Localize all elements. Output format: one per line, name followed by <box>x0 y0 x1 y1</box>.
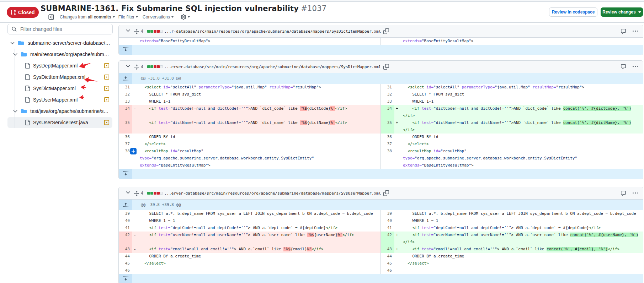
line-number[interactable]: 43 <box>381 246 392 253</box>
diff-line: 35+ <if test="dictName!=null and dictNam… <box>381 119 643 126</box>
tree-file-sysdictitemmapper.xml[interactable]: SysDictItemMapper.xml <box>0 71 118 83</box>
tree-folder-test-java-org-apache-submarine-s-[interactable]: test/java/org/apache/submarine/s… <box>0 105 118 117</box>
gear-icon <box>181 14 186 20</box>
code-text: <if test="dictName!=null and dictName!='… <box>140 119 380 126</box>
file-modified-icon <box>104 74 110 80</box>
line-number[interactable]: 40 <box>381 217 392 224</box>
collapse-file-icon[interactable] <box>125 27 131 34</box>
collapse-sidebar-icon[interactable] <box>48 14 54 20</box>
diff-marker: + <box>396 232 398 239</box>
diffstat-square-add <box>150 65 153 68</box>
expand-up-icon[interactable] <box>119 73 132 84</box>
comment-icon[interactable] <box>621 28 626 34</box>
diffstat-square-add <box>147 30 150 33</box>
line-number[interactable]: 37 <box>119 141 130 148</box>
code-text: <if test="dictCode!=null and dictCode!='… <box>140 105 380 112</box>
line-number[interactable]: 45 <box>381 260 392 267</box>
line-number[interactable]: 34 <box>119 105 130 112</box>
tree-file-sysuserservicetest.java[interactable]: SysUserServiceTest.java <box>0 117 118 128</box>
review-changes-button[interactable]: Review changes <box>601 7 643 17</box>
line-number[interactable]: 36 <box>381 134 392 141</box>
diff-settings-menu[interactable] <box>181 14 190 20</box>
diff-line: extends="BaseEntityResultMap"> <box>381 38 643 45</box>
add-comment-button[interactable] <box>130 148 137 154</box>
tree-folder-main-resources-org-apache-subm-[interactable]: main/resources/org/apache/subm… <box>0 49 118 60</box>
copy-path-icon[interactable] <box>383 190 389 196</box>
file-icon <box>25 120 30 125</box>
expand-down-icon[interactable] <box>119 169 132 179</box>
diff-pane-old: extends="BaseEntityResultMap"> <box>119 38 380 45</box>
line-number[interactable]: 34 <box>381 105 392 112</box>
drag-handle-icon[interactable] <box>134 64 139 70</box>
conversations-menu[interactable]: Conversations <box>143 15 174 20</box>
collapse-file-icon[interactable] <box>125 189 131 196</box>
expand-down-icon[interactable] <box>119 274 132 283</box>
file-path: ...erver-database/src/main/resources/org… <box>164 61 389 73</box>
line-number[interactable]: 38 <box>119 148 130 155</box>
file-filter-menu[interactable]: File filter <box>118 15 138 20</box>
line-number[interactable]: 32 <box>381 91 392 98</box>
line-number[interactable]: 46 <box>119 267 130 274</box>
line-number[interactable]: 43 <box>119 246 130 253</box>
chevron-down-icon[interactable] <box>12 51 18 58</box>
diff-line: 31 <select id="selectAll" parameterType=… <box>381 84 643 91</box>
line-number[interactable]: 39 <box>381 210 392 217</box>
expand-down-icon[interactable] <box>119 45 132 55</box>
file-modified-icon <box>104 63 110 69</box>
line-number[interactable]: 45 <box>119 260 130 267</box>
line-number[interactable]: 37 <box>381 141 392 148</box>
code-text: <if test="userName!=null and userName!='… <box>140 232 380 239</box>
kebab-menu-icon[interactable] <box>633 190 638 196</box>
line-number[interactable]: 42 <box>381 232 392 239</box>
expand-row <box>119 169 643 179</box>
code-text: ORDER BY id <box>403 134 643 141</box>
code-text: WHERE 1=1 <box>140 98 380 105</box>
line-number[interactable]: 44 <box>381 253 392 260</box>
review-in-codespace-button[interactable]: Review in codespace <box>549 7 597 17</box>
line-number[interactable]: 33 <box>381 98 392 105</box>
expand-up-icon[interactable] <box>119 200 132 210</box>
line-number[interactable]: 38 <box>381 148 392 155</box>
tree-file-sysdeptmapper.xml[interactable]: SysDeptMapper.xml <box>0 60 118 71</box>
chevron-down-icon <box>171 16 174 18</box>
filter-changed-files-input[interactable] <box>20 26 102 32</box>
changes-from-menu[interactable]: Changes from all commits <box>60 15 115 20</box>
line-number[interactable]: 31 <box>119 84 130 91</box>
chevron-down-icon[interactable] <box>12 108 18 114</box>
drag-handle-icon[interactable] <box>134 29 139 34</box>
code-text: <if test="deptCode!=null and deptCode!='… <box>140 224 380 232</box>
collapse-file-icon[interactable] <box>125 63 131 69</box>
line-number[interactable]: 44 <box>119 253 130 260</box>
file-path: ...erver-database/src/main/resources/org… <box>164 187 389 199</box>
line-number[interactable]: 41 <box>381 224 392 232</box>
code-text: <select id="selectAll" parameterType="ja… <box>140 84 380 91</box>
drag-handle-icon[interactable] <box>134 191 139 196</box>
line-number[interactable]: 35 <box>381 119 392 126</box>
line-number[interactable]: 40 <box>119 217 130 224</box>
diffstat-square-empty <box>160 65 163 68</box>
line-number[interactable]: 41 <box>119 224 130 232</box>
line-number[interactable]: 36 <box>119 134 130 141</box>
chevron-down-icon[interactable] <box>9 40 16 46</box>
line-number[interactable]: 32 <box>119 91 130 98</box>
line-number[interactable]: 31 <box>381 84 392 91</box>
line-number[interactable]: 33 <box>119 98 130 105</box>
copy-path-icon[interactable] <box>383 64 389 70</box>
line-number[interactable]: 42 <box>119 232 130 239</box>
line-number[interactable]: 39 <box>119 210 130 217</box>
tree-file-sysusermapper.xml[interactable]: SysUserMapper.xml <box>0 94 118 105</box>
tree-label: SysUserServiceTest.java <box>33 120 88 125</box>
diffstat-square-del <box>157 30 160 33</box>
comment-icon[interactable] <box>621 64 626 70</box>
tree-file-sysdictmapper.xml[interactable]: SysDictMapper.xml <box>0 83 118 94</box>
line-number[interactable]: 35 <box>119 119 130 126</box>
kebab-menu-icon[interactable] <box>633 64 638 70</box>
code-text: ORDER BY a.create_time <box>403 253 643 260</box>
tree-folder-submarine-server-server-database-[interactable]: submarine-server/server-database/… <box>0 37 118 49</box>
kebab-menu-icon[interactable] <box>633 28 638 34</box>
line-number[interactable]: 46 <box>381 267 392 274</box>
copy-path-icon[interactable] <box>383 28 389 34</box>
comment-icon[interactable] <box>621 190 626 196</box>
code-text: </select> <box>403 141 643 148</box>
diffstat-square-del <box>154 65 156 68</box>
